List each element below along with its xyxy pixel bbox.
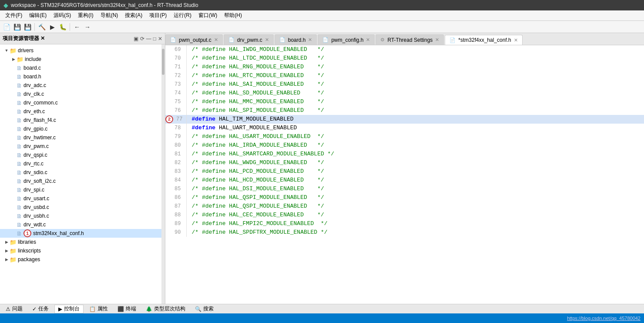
code-editor[interactable]: 69/* #define HAL_IWDG_MODULE_ENABLED */7… — [165, 45, 644, 304]
line-content[interactable]: /* #define HAL_IRDA_MODULE_ENABLED */ — [186, 141, 644, 150]
tab-close-btn[interactable]: ✕ — [265, 37, 269, 43]
tab-close-btn[interactable]: ✕ — [214, 37, 218, 43]
line-content[interactable]: /* #define HAL_PCD_MODULE_ENABLED */ — [186, 167, 644, 176]
toolbar-save[interactable]: 💾 — [12, 22, 22, 32]
tree-expand-icon[interactable]: ▶ — [10, 56, 17, 62]
bottom-tab-[interactable]: 📋属性 — [85, 305, 112, 313]
tab-close-btn[interactable]: ✕ — [435, 37, 439, 43]
tab-stm32f4xxhalconfh[interactable]: 📄*stm32f4xx_hal_conf.h✕ — [445, 35, 522, 45]
tree-item-drvadcc[interactable]: 🗎drv_adc.c — [0, 81, 161, 90]
tree-label: drivers — [18, 47, 34, 54]
menu-item-e[interactable]: 编辑(E) — [26, 11, 50, 20]
line-content[interactable]: #define HAL_UART_MODULE_ENABLED — [186, 124, 644, 132]
toolbar-build[interactable]: 🔨 — [37, 22, 47, 32]
line-content[interactable]: #define HAL_TIM_MODULE_ENABLED — [186, 115, 644, 124]
tree-item-drvusartc[interactable]: 🗎drv_usart.c — [0, 194, 161, 203]
tab-pwmconfigh[interactable]: 📄pwm_config.h✕ — [318, 34, 375, 45]
sidebar-maximize-btn[interactable]: □ — [153, 36, 156, 42]
line-content[interactable]: /* #define HAL_DSI_MODULE_ENABLED */ — [186, 185, 644, 193]
sidebar-collapse-btn[interactable]: ▣ — [134, 36, 138, 42]
line-content[interactable]: /* #define HAL_MMC_MODULE_ENABLED */ — [186, 98, 644, 106]
tree-item-drvgpioc[interactable]: 🗎drv_gpio.c — [0, 124, 161, 133]
sidebar-scrollbar[interactable] — [161, 44, 165, 304]
line-content[interactable]: /* #define HAL_SPDFTRX_MODULE_ENABLED */ — [186, 228, 644, 237]
tree-item-drvspic[interactable]: 🗎drv_spi.c — [0, 185, 161, 194]
line-content[interactable]: /* #define HAL_SAI_MODULE_ENABLED */ — [186, 80, 644, 89]
tree-item-drvethc[interactable]: 🗎drv_eth.c — [0, 107, 161, 116]
bottom-tab-[interactable]: ⬛终端 — [114, 305, 140, 313]
tree-item-drvclkc[interactable]: 🗎drv_clk.c — [0, 90, 161, 98]
toolbar-new[interactable]: 📄 — [2, 22, 11, 32]
tab-rtthreadsettings[interactable]: ⚙RT-Thread Settings✕ — [376, 34, 444, 45]
tab-drvpwmc[interactable]: 📄drv_pwm.c✕ — [224, 34, 274, 45]
line-content[interactable]: /* #define HAL_QSPI_MODULE_ENABLED */ — [186, 202, 644, 211]
line-content[interactable]: /* #define HAL_FMPI2C_MODULE_ENABLED */ — [186, 219, 644, 228]
menu-item-f[interactable]: 文件(F) — [2, 11, 26, 20]
tree-expand-icon[interactable]: ▶ — [3, 239, 10, 245]
tree-item-boardh[interactable]: 🗎board.h — [0, 72, 161, 81]
tab-boardh[interactable]: 📄board.h✕ — [275, 34, 317, 45]
menu-item-w[interactable]: 窗口(W) — [195, 11, 221, 20]
tree-item-drvusbhc[interactable]: 🗎drv_usbh.c — [0, 212, 161, 220]
menu-item-s[interactable]: 源码(S) — [50, 11, 74, 20]
tree-expand-icon[interactable]: ▶ — [3, 248, 10, 254]
toolbar-run[interactable]: ▶ — [47, 22, 57, 32]
tree-file-icon: 🗎 — [17, 143, 22, 150]
tree-item-drvrtcc[interactable]: 🗎drv_rtc.c — [0, 159, 161, 168]
tab-close-btn[interactable]: ✕ — [366, 37, 370, 43]
toolbar-forward[interactable]: → — [83, 22, 92, 32]
menu-item-n[interactable]: 导航(N) — [97, 11, 122, 20]
tree-item-boardc[interactable]: 🗎board.c — [0, 64, 161, 72]
tree-item-libraries[interactable]: ▶📁libraries — [0, 238, 161, 246]
tree-item-drvusbdc[interactable]: 🗎drv_usbd.c — [0, 203, 161, 212]
line-content[interactable]: /* #define HAL_SMARTCARD_MODULE_ENABLED … — [186, 150, 644, 158]
line-content[interactable]: /* #define HAL_USART_MODULE_ENABLED */ — [186, 132, 644, 141]
line-content[interactable]: /* #define HAL_CEC_MODULE_ENABLED */ — [186, 211, 644, 219]
menu-item-r[interactable]: 运行(R) — [170, 11, 195, 20]
tree-item-drvcommonc[interactable]: 🗎drv_common.c — [0, 98, 161, 107]
tab-close-btn[interactable]: ✕ — [514, 37, 518, 43]
line-content[interactable]: /* #define HAL_IWDG_MODULE_ENABLED */ — [186, 45, 644, 54]
tree-item-drvsofti2cc[interactable]: 🗎drv_soft_i2c.c — [0, 177, 161, 185]
menu-item-p[interactable]: 项目(P) — [146, 11, 170, 20]
tree-item-drivers[interactable]: ▼📁drivers — [0, 46, 161, 55]
bottom-tab-[interactable]: ▶控制台 — [54, 305, 84, 313]
tree-item-drvflashf4c[interactable]: 🗎drv_flash_f4.c — [0, 116, 161, 124]
line-content[interactable]: /* #define HAL_QSPI_MODULE_ENABLED */ — [186, 193, 644, 202]
bottom-tab-[interactable]: 🔍搜索 — [191, 305, 218, 313]
toolbar-debug[interactable]: 🐛 — [58, 22, 67, 32]
status-link[interactable]: https://blog.csdn.net/qq_45780042 — [567, 316, 641, 321]
bottom-tab-[interactable]: 🌲类型层次结构 — [142, 305, 189, 313]
bottom-tab-[interactable]: ✓任务 — [28, 305, 53, 313]
line-content[interactable]: /* #define HAL_SD_MODULE_ENABLED */ — [186, 89, 644, 98]
line-content[interactable]: /* #define HAL_RNG_MODULE_ENABLED */ — [186, 63, 644, 71]
line-content[interactable]: /* #define HAL_LTDC_MODULE_ENABLED */ — [186, 54, 644, 63]
menu-item-h[interactable]: 帮助(H) — [221, 11, 245, 20]
line-content[interactable]: /* #define HAL_SPI_MODULE_ENABLED */ — [186, 106, 644, 115]
line-content[interactable]: /* #define HAL_RTC_MODULE_ENABLED */ — [186, 71, 644, 80]
tab-close-btn[interactable]: ✕ — [308, 37, 312, 43]
tree-expand-icon[interactable]: ▶ — [3, 256, 10, 262]
tree-item-drvpwmc[interactable]: 🗎drv_pwm.c — [0, 142, 161, 151]
tree-item-drvwdtc[interactable]: 🗎drv_wdt.c — [0, 220, 161, 229]
line-number: 89 — [165, 219, 186, 228]
tree-item-drvhwtimerc[interactable]: 🗎drv_hwtimer.c — [0, 133, 161, 142]
sidebar-sync-btn[interactable]: ⟳ — [140, 36, 144, 42]
bottom-tab-[interactable]: ⚠问题 — [2, 305, 27, 313]
tab-pwmoutputc[interactable]: 📄pwm_output.c✕ — [165, 34, 223, 45]
tree-expand-icon[interactable]: ▼ — [3, 47, 10, 54]
line-content[interactable]: /* #define HAL_WWDG_MODULE_ENABLED */ — [186, 158, 644, 167]
tree-item-include[interactable]: ▶📁include — [0, 55, 161, 64]
tree-item-drvsdioc[interactable]: 🗎drv_sdio.c — [0, 168, 161, 177]
menu-item-i[interactable]: 重构(I) — [74, 11, 97, 20]
menu-item-a[interactable]: 搜索(A) — [121, 11, 146, 20]
sidebar-close-btn[interactable]: ✕ — [158, 36, 162, 42]
tree-item-linkscripts[interactable]: ▶📁linkscripts — [0, 246, 161, 255]
toolbar-save-all[interactable]: 💾 — [23, 22, 32, 32]
toolbar-back[interactable]: ← — [72, 22, 82, 32]
sidebar-minimize-btn[interactable]: — — [146, 36, 151, 42]
tree-item-drvqspic[interactable]: 🗎drv_qspi.c — [0, 151, 161, 159]
tree-item-packages[interactable]: ▶📁packages — [0, 255, 161, 264]
line-content[interactable]: /* #define HAL_HCD_MODULE_ENABLED */ — [186, 176, 644, 185]
tree-item-stm32f4xxhalconfh[interactable]: 🗎1stm32f4xx_hal_conf.h — [0, 229, 161, 238]
